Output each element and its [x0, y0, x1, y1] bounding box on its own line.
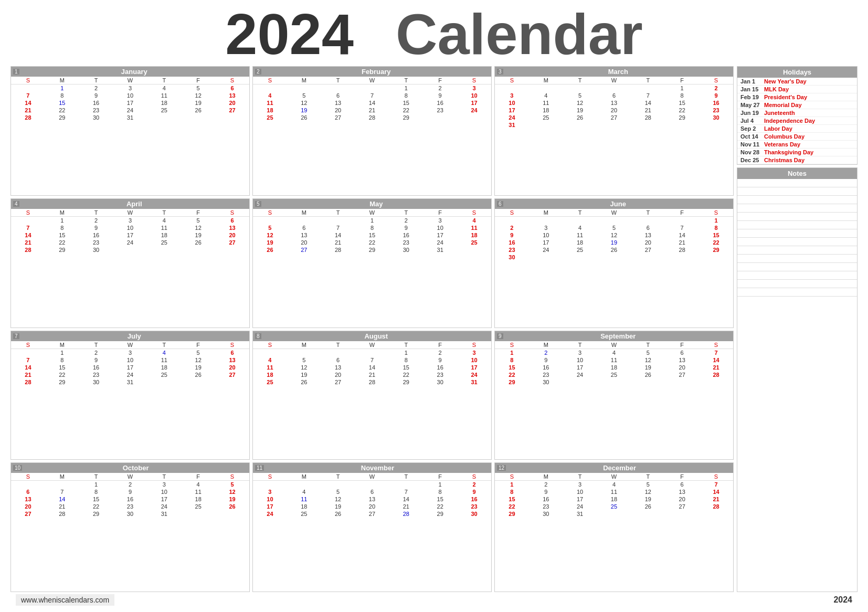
- cal-day: 6: [597, 92, 631, 99]
- cal-day: 19: [287, 371, 321, 378]
- cal-day: [253, 481, 287, 489]
- holiday-name: New Year's Day: [764, 78, 807, 85]
- cal-day: 9: [423, 356, 457, 364]
- cal-day: [563, 85, 597, 92]
- cal-day: 1: [389, 349, 423, 356]
- cal-day: 23: [495, 246, 529, 254]
- cal-day: [287, 216, 321, 224]
- cal-day: 27: [321, 378, 355, 386]
- cal-day: 25: [457, 239, 491, 246]
- header: 2024 Calendar: [10, 5, 858, 63]
- cal-day: 18: [147, 99, 181, 107]
- notes-header: Notes: [737, 168, 857, 179]
- cal-day: 21: [665, 239, 699, 246]
- month-num: 2: [255, 69, 261, 75]
- month-header: 9September: [495, 331, 733, 341]
- cal-day: 14: [11, 99, 45, 107]
- cal-day: 3: [113, 85, 147, 92]
- cal-day: 25: [181, 503, 215, 510]
- month-num: 12: [497, 465, 506, 471]
- cal-day: 4: [457, 216, 491, 224]
- cal-day: [529, 85, 563, 92]
- week-row: 123: [253, 85, 491, 92]
- month-header: 12December: [495, 463, 733, 473]
- cal-day: 3: [253, 488, 287, 495]
- cal-day: 4: [253, 356, 287, 364]
- cal-day: 18: [597, 364, 631, 371]
- cal-day: [699, 254, 733, 261]
- cal-day: [215, 246, 249, 254]
- cal-day: 24: [563, 503, 597, 510]
- cal-day: 11: [457, 224, 491, 231]
- day-header-t-4: T: [389, 473, 423, 481]
- week-row: 23242526272829: [495, 246, 733, 254]
- cal-day: 16: [699, 99, 733, 107]
- cal-day: 31: [113, 114, 147, 121]
- day-header-f-5: F: [423, 209, 457, 217]
- cal-day: 20: [355, 503, 389, 510]
- cal-day: 10: [113, 92, 147, 99]
- cal-day: 19: [563, 107, 597, 114]
- cal-day: 7: [389, 488, 423, 495]
- month-name: July: [22, 332, 247, 340]
- day-header-t-4: T: [147, 77, 181, 85]
- cal-day: 24: [113, 239, 147, 246]
- week-row: 21222324252627: [11, 107, 249, 114]
- cal-day: 5: [631, 349, 665, 356]
- week-row: 18192021222324: [253, 371, 491, 378]
- cal-day: 21: [11, 239, 45, 246]
- cal-day: 1: [45, 85, 79, 92]
- day-header-t-2: T: [563, 341, 597, 349]
- cal-day: [215, 378, 249, 386]
- cal-day: 2: [113, 481, 147, 489]
- cal-day: [147, 378, 181, 386]
- cal-day: 20: [287, 239, 321, 246]
- holiday-date: Nov 11: [740, 141, 764, 147]
- cal-day: 26: [215, 503, 249, 510]
- day-header-w-3: W: [355, 341, 389, 349]
- cal-day: 18: [529, 107, 563, 114]
- holiday-date: Sep 2: [740, 125, 764, 132]
- holiday-date: Nov 28: [740, 149, 764, 155]
- week-row: 282930: [11, 246, 249, 254]
- cal-table: SMTWTFS123456789101112131415161718192021…: [11, 209, 249, 254]
- cal-day: 12: [287, 364, 321, 371]
- week-row: 14151617181920: [11, 99, 249, 107]
- day-header-t-2: T: [563, 77, 597, 85]
- cal-day: 2: [495, 224, 529, 231]
- day-header-t-2: T: [321, 473, 355, 481]
- month-name: April: [22, 200, 247, 208]
- cal-day: 30: [79, 378, 113, 386]
- cal-day: 15: [389, 364, 423, 371]
- cal-day: 25: [147, 107, 181, 114]
- cal-day: 5: [181, 85, 215, 92]
- cal-day: 7: [699, 349, 733, 356]
- cal-day: 10: [563, 488, 597, 495]
- day-header-m-1: M: [287, 209, 321, 217]
- cal-day: 10: [113, 224, 147, 231]
- day-header-w-3: W: [597, 77, 631, 85]
- cal-day: 26: [631, 503, 665, 510]
- day-header-f-5: F: [665, 77, 699, 85]
- cal-day: [597, 121, 631, 129]
- cal-day: 11: [181, 488, 215, 495]
- month-block-may: 5MaySMTWTFS12345678910111213141516171819…: [252, 198, 492, 328]
- cal-day: 22: [79, 503, 113, 510]
- day-header-w-3: W: [597, 209, 631, 217]
- cal-day: 4: [147, 349, 181, 356]
- cal-day: 17: [495, 107, 529, 114]
- cal-day: 23: [113, 503, 147, 510]
- cal-day: 29: [423, 510, 457, 518]
- cal-day: 6: [215, 349, 249, 356]
- cal-day: 16: [79, 364, 113, 371]
- month-block-april: 4AprilSMTWTFS123456789101112131415161718…: [10, 198, 250, 328]
- cal-day: 9: [529, 356, 563, 364]
- cal-day: 16: [495, 239, 529, 246]
- week-row: 78910111213: [11, 356, 249, 364]
- month-header: 1January: [11, 67, 249, 77]
- cal-day: 16: [423, 364, 457, 371]
- week-row: 15161718192021: [495, 364, 733, 371]
- cal-day: 26: [287, 378, 321, 386]
- cal-day: 21: [355, 371, 389, 378]
- cal-day: 31: [457, 378, 491, 386]
